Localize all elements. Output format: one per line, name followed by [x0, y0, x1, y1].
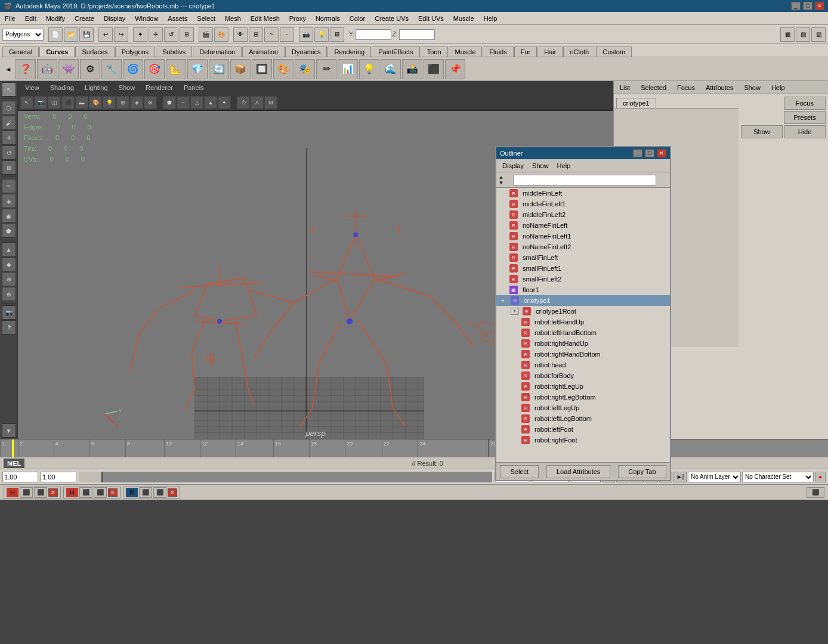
- outliner-menu-show[interactable]: Show: [529, 161, 552, 171]
- script-panel-2-icon[interactable]: H: [66, 488, 78, 497]
- merge-tool[interactable]: ⊕: [2, 272, 16, 286]
- menu-color[interactable]: Color: [345, 12, 370, 24]
- render-button[interactable]: 🎬: [199, 27, 213, 42]
- extrude-tool[interactable]: ▲: [2, 242, 16, 256]
- deform-tool[interactable]: ⬟: [2, 224, 16, 238]
- outliner-maximize[interactable]: □: [645, 149, 654, 157]
- shelf-tab-general[interactable]: General: [2, 47, 39, 57]
- shelf-icon-7[interactable]: 📐: [166, 59, 186, 79]
- outliner-menu-help[interactable]: Help: [554, 161, 574, 171]
- script-panel-3-btn2[interactable]: ⬛: [153, 487, 166, 498]
- shelf-icon-19[interactable]: ⬛: [424, 59, 444, 79]
- menu-edit-uvs[interactable]: Edit UVs: [413, 12, 449, 24]
- scale-tool[interactable]: ⊞: [2, 160, 16, 175]
- playback-start-field[interactable]: [41, 472, 76, 482]
- shelf-icon-18[interactable]: 📸: [402, 59, 422, 79]
- script-panel-2-btn2[interactable]: ⬛: [94, 487, 107, 498]
- shelf-icon-15[interactable]: 📊: [338, 59, 358, 79]
- close-button[interactable]: ✕: [815, 2, 824, 10]
- redo-button[interactable]: ↪: [114, 27, 128, 42]
- vp-poly-btn[interactable]: △: [190, 96, 203, 109]
- outliner-list-item[interactable]: RsmallFinLeft: [496, 252, 670, 263]
- vp-texture-btn[interactable]: 🎨: [89, 96, 102, 109]
- move-tool[interactable]: ✛: [2, 131, 16, 145]
- vp-nurbs-btn[interactable]: ~: [177, 96, 190, 109]
- y-field[interactable]: [356, 29, 391, 40]
- outliner-list-item[interactable]: Rrobot:rightLegUp: [496, 381, 670, 392]
- outliner-list-item[interactable]: Rrobot:forBody: [496, 370, 670, 381]
- shelf-icon-17[interactable]: 🌊: [381, 59, 401, 79]
- menu-create[interactable]: Create: [70, 12, 99, 24]
- script-panel-1-icon[interactable]: H: [7, 488, 18, 497]
- outliner-copy-tab-button[interactable]: Copy Tab: [618, 465, 666, 478]
- vp-smooth-btn[interactable]: ⬛: [61, 96, 75, 109]
- outliner-list-item[interactable]: RmiddleFinLeft: [496, 188, 670, 199]
- outliner-list-item[interactable]: Rrobot:rightHandUp: [496, 338, 670, 349]
- shelf-icon-16[interactable]: 💡: [359, 59, 379, 79]
- show-button[interactable]: Show: [741, 125, 783, 138]
- ipr-button[interactable]: 🎨: [214, 27, 228, 42]
- vp-light-btn[interactable]: 💡: [103, 96, 116, 109]
- shelf-tab-rendering[interactable]: Rendering: [328, 47, 371, 57]
- outliner-list-item[interactable]: RmiddleFinLeft1: [496, 199, 670, 209]
- snap-grid-button[interactable]: ⊞: [249, 27, 263, 42]
- menu-window[interactable]: Window: [130, 12, 163, 24]
- shelf-icon-5[interactable]: 🌀: [123, 59, 143, 79]
- script-panel-1-close[interactable]: ✕: [48, 488, 58, 497]
- start-time-field[interactable]: [2, 472, 38, 482]
- presets-button[interactable]: Presets: [784, 111, 826, 124]
- menu-create-uvs[interactable]: Create UVs: [370, 12, 413, 24]
- shelf-tab-fur[interactable]: Fur: [514, 47, 537, 57]
- outliner-list-item[interactable]: Rrobot:leftLegBottom: [496, 413, 670, 424]
- select-tool-button[interactable]: ✦: [133, 27, 147, 42]
- anim-layer-selector[interactable]: No Anim Layer: [688, 472, 741, 482]
- lasso-tool[interactable]: ⬡: [2, 101, 16, 115]
- joint-tool[interactable]: ◈: [2, 194, 16, 208]
- maximize-button[interactable]: □: [803, 2, 812, 10]
- ae-menu-selected[interactable]: Selected: [638, 83, 669, 92]
- outliner-list-item[interactable]: RnoNameFinLeft1: [496, 231, 670, 242]
- viewport-menu-show[interactable]: Show: [114, 83, 140, 92]
- viewport-menu-lighting[interactable]: Lighting: [80, 83, 113, 92]
- snap-point-button[interactable]: ·: [280, 27, 294, 42]
- undo-button[interactable]: ↩: [98, 27, 113, 42]
- timeline-ruler[interactable]: 1 2 4 6 8 10 12 14 16 18 20 22 24: [0, 439, 488, 457]
- shelf-icon-6[interactable]: 🎯: [144, 59, 165, 79]
- vp-aa-btn[interactable]: A: [251, 96, 264, 109]
- display-button[interactable]: 🖥: [330, 27, 344, 42]
- ae-menu-show[interactable]: Show: [742, 83, 763, 92]
- shelf-icon-14[interactable]: ✏: [316, 59, 336, 79]
- outliner-list-item[interactable]: Rrobot:leftHandUp: [496, 317, 670, 327]
- menu-normals[interactable]: Normals: [311, 12, 345, 24]
- shelf-icon-10[interactable]: 📦: [230, 59, 251, 79]
- more-tools-button[interactable]: ▼: [2, 423, 16, 438]
- playback-range-handle[interactable]: [79, 472, 103, 482]
- script-panel-2-close[interactable]: ✕: [108, 488, 118, 497]
- outliner-list-item[interactable]: Rrobot:rightLegBottom: [496, 392, 670, 402]
- bevel-tool[interactable]: ◆: [2, 257, 16, 271]
- vp-grid-btn[interactable]: ⊞: [116, 96, 129, 109]
- show-hide-button[interactable]: 👁: [233, 27, 248, 42]
- paint-tool[interactable]: 🖌: [2, 116, 16, 130]
- menu-display[interactable]: Display: [99, 12, 130, 24]
- outliner-close[interactable]: ✕: [657, 149, 666, 157]
- ae-menu-help[interactable]: Help: [769, 83, 787, 92]
- shelf-tab-polygons[interactable]: Polygons: [115, 47, 155, 57]
- shelf-icon-13[interactable]: 🎭: [295, 59, 315, 79]
- shelf-icon-4[interactable]: 🔧: [101, 59, 122, 79]
- outliner-list-item[interactable]: ▦floor1: [496, 284, 670, 295]
- outliner-menu-display[interactable]: Display: [499, 161, 527, 171]
- char-set-selector[interactable]: No Character Set: [742, 472, 814, 482]
- outliner-list-item[interactable]: RnoNameFinLeft2: [496, 242, 670, 252]
- outliner-list-item[interactable]: Rrobot:rightFoot: [496, 435, 670, 445]
- scale-tool-button[interactable]: ⊞: [180, 27, 194, 42]
- outliner-select-button[interactable]: Select: [500, 465, 539, 478]
- mode-selector[interactable]: Polygons Curves Surfaces Animation Rende…: [2, 29, 44, 41]
- menu-help[interactable]: Help: [479, 12, 502, 24]
- outliner-list-item[interactable]: Rrobot:leftHandBottom: [496, 327, 670, 338]
- layout-button-2[interactable]: ▤: [796, 27, 810, 42]
- hide-button[interactable]: Hide: [784, 125, 826, 138]
- timeline-playhead[interactable]: [12, 439, 14, 457]
- save-scene-button[interactable]: 💾: [79, 27, 94, 42]
- vp-wire-btn[interactable]: ◫: [48, 96, 61, 109]
